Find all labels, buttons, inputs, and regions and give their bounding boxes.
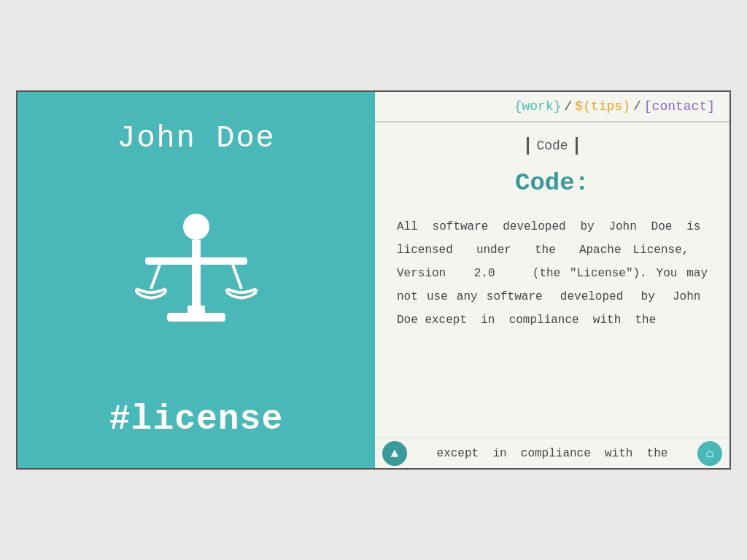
content-area: Code Code: All software developed by Joh… — [375, 122, 729, 438]
svg-line-6 — [233, 265, 241, 289]
scroll-up-button[interactable]: ▲ — [382, 441, 407, 466]
nav-slash-2: / — [633, 99, 641, 114]
svg-point-0 — [183, 214, 209, 240]
svg-rect-1 — [192, 240, 201, 306]
left-panel: John Doe #license — [18, 92, 375, 468]
scales-of-justice-icon — [123, 205, 269, 351]
section-title: Code: — [397, 169, 708, 197]
top-nav: {work} / $(tips) / [contact] — [375, 92, 729, 122]
nav-slash-1: / — [565, 99, 573, 114]
svg-rect-3 — [187, 306, 205, 317]
svg-rect-4 — [145, 257, 247, 265]
bottom-bar: ▲ except in compliance with the ⌂ — [375, 438, 729, 468]
bottom-continuation-text: except in compliance with the — [407, 447, 697, 460]
hash-license-label: #license — [109, 400, 283, 439]
nav-contact[interactable]: [contact] — [644, 99, 715, 114]
license-text: All software developed by John Doe is li… — [397, 215, 708, 332]
svg-line-5 — [151, 265, 160, 289]
scroll-up-icon: ▲ — [391, 446, 399, 461]
nav-work[interactable]: {work} — [514, 99, 562, 114]
breadcrumb-code-label: Code — [527, 137, 577, 155]
nav-tips[interactable]: $(tips) — [575, 99, 630, 114]
right-panel: {work} / $(tips) / [contact] Code Code: … — [375, 92, 729, 468]
home-icon: ⌂ — [706, 446, 714, 461]
breadcrumb: Code — [397, 137, 708, 155]
author-name: John Doe — [117, 121, 276, 156]
main-container: John Doe #license — [16, 90, 731, 470]
home-button[interactable]: ⌂ — [697, 441, 722, 466]
